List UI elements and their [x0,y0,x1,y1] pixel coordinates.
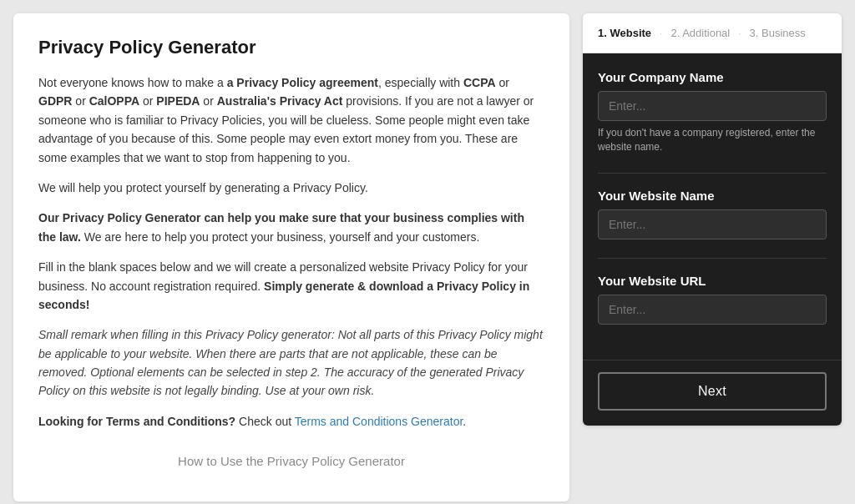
main-container: Privacy Policy Generator Not everyone kn… [13,13,842,501]
website-url-input[interactable] [598,295,827,325]
bold-phrase-1: a Privacy Policy agreement [227,76,378,89]
terms-link[interactable]: Terms and Conditions Generator [295,415,463,428]
website-name-label: Your Website Name [598,189,827,203]
para-3: Our Privacy Policy Generator can help yo… [38,209,544,246]
para3-bold: Our Privacy Policy Generator can help yo… [38,211,524,243]
company-name-group: Your Company Name If you don't have a co… [598,70,827,154]
website-name-input[interactable] [598,209,827,239]
terms-bold: Looking for Terms and Conditions? [38,415,235,428]
bold-ccpa: CCPA [463,76,496,89]
para-2: We will help you protect yourself by gen… [38,179,544,197]
form-separator-1 [598,173,827,174]
website-url-label: Your Website URL [598,274,827,288]
company-name-input[interactable] [598,91,827,121]
next-button[interactable]: Next [598,372,827,411]
step-1[interactable]: 1. Website [598,27,651,39]
steps-header: 1. Website · 2. Additional · 3. Business [583,13,842,53]
left-panel: Privacy Policy Generator Not everyone kn… [13,13,569,501]
bold-caloppa: CalOPPA [89,94,139,108]
intro-paragraph: Not everyone knows how to make a a Priva… [38,73,544,167]
form-panel: Your Company Name If you don't have a co… [583,53,842,360]
company-name-hint: If you don't have a company registered, … [598,126,827,154]
para-5-italic: Small remark when filling in this Privac… [38,325,544,401]
para-6: Looking for Terms and Conditions? Check … [38,412,544,431]
italic-remark: Small remark when filling in this Privac… [38,328,543,397]
step-divider-2: · [738,28,741,39]
bold-pipeda: PIPEDA [156,94,200,108]
bold-australia: Australia's Privacy Act [217,94,343,108]
bottom-label: How to Use the Privacy Policy Generator [38,444,544,478]
page-title: Privacy Policy Generator [38,37,544,58]
step-2-label: 2. Additional [670,27,730,39]
step-3[interactable]: 3. Business [750,27,806,39]
step-3-label: 3. Business [750,27,806,39]
step-2[interactable]: 2. Additional [670,27,730,39]
right-panel: 1. Website · 2. Additional · 3. Business… [583,13,842,426]
step-divider-1: · [660,28,662,39]
para-4: Fill in the blank spaces below and we wi… [38,258,544,314]
next-button-wrapper: Next [583,360,842,426]
step-1-label: 1. Website [598,27,651,39]
company-name-label: Your Company Name [598,70,827,84]
website-url-group: Your Website URL [598,274,827,325]
para4-bold: Simply generate & download a Privacy Pol… [38,280,529,311]
form-separator-2 [598,258,827,259]
website-name-group: Your Website Name [598,189,827,239]
bold-gdpr: GDPR [38,94,72,108]
